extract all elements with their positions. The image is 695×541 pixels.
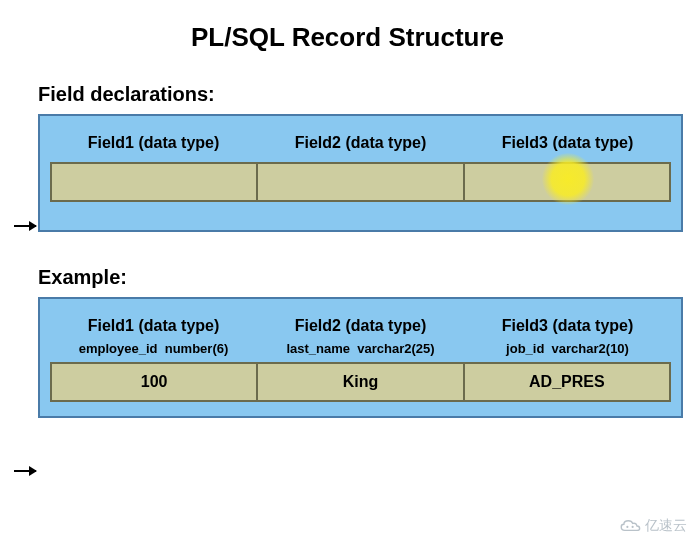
field-dtype: number(6) (165, 341, 229, 356)
empty-cell (465, 164, 669, 200)
arrow-icon (14, 470, 36, 472)
value-cell: AD_PRES (465, 364, 669, 400)
field-dtype: varchar2(10) (552, 341, 629, 356)
watermark: 亿速云 (619, 517, 687, 535)
field-header: Field3 (data type) (464, 311, 671, 339)
value-cell: King (258, 364, 464, 400)
field-name: employee_id (79, 341, 158, 356)
declarations-box: Field1 (data type) Field2 (data type) Fi… (38, 114, 683, 232)
field-dtype: varchar2(25) (357, 341, 434, 356)
field-header: Field1 (data type) (50, 311, 257, 339)
example-row: 100 King AD_PRES (50, 362, 671, 402)
arrow-icon (14, 225, 36, 227)
svg-point-0 (626, 526, 628, 528)
declarations-headers: Field1 (data type) Field2 (data type) Fi… (50, 128, 671, 156)
svg-point-1 (632, 526, 634, 528)
watermark-text: 亿速云 (645, 517, 687, 535)
field-header: Field2 (data type) (257, 128, 464, 156)
field-header: Field2 (data type) (257, 311, 464, 339)
example-label: Example: (38, 266, 695, 289)
subtype-cell: job_id varchar2(10) (464, 339, 671, 362)
example-box: Field1 (data type) Field2 (data type) Fi… (38, 297, 683, 418)
field-header: Field3 (data type) (464, 128, 671, 156)
empty-cell (258, 164, 464, 200)
field-name: last_name (286, 341, 350, 356)
subtype-cell: employee_id number(6) (50, 339, 257, 362)
field-header: Field1 (data type) (50, 128, 257, 156)
cloud-icon (619, 519, 641, 533)
example-headers: Field1 (data type) Field2 (data type) Fi… (50, 311, 671, 339)
example-subtypes: employee_id number(6) last_name varchar2… (50, 339, 671, 362)
empty-cell (52, 164, 258, 200)
field-name: job_id (506, 341, 544, 356)
declarations-label: Field declarations: (38, 83, 695, 106)
page-title: PL/SQL Record Structure (0, 22, 695, 53)
value-cell: 100 (52, 364, 258, 400)
declarations-row (50, 162, 671, 202)
subtype-cell: last_name varchar2(25) (257, 339, 464, 362)
